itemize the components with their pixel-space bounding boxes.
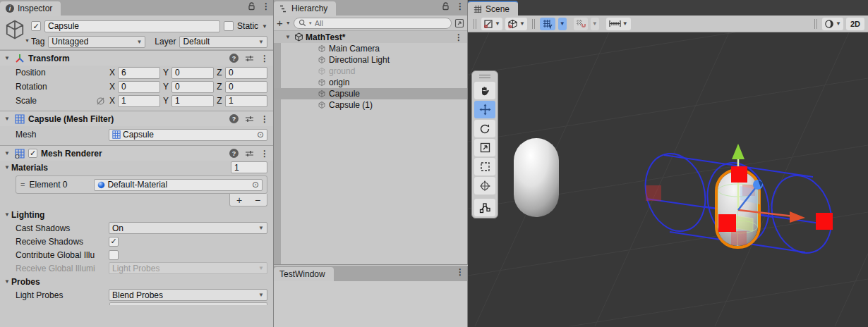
materials-count-field[interactable] (231, 161, 267, 173)
active-checkbox[interactable]: ✓ (31, 21, 41, 31)
hierarchy-item-directional-light[interactable]: Directional Light (274, 54, 467, 66)
hierarchy-item-main-camera[interactable]: Main Camera (274, 43, 467, 54)
search-window-icon[interactable] (454, 18, 464, 28)
inspector-menu-icon[interactable]: ⋮ (262, 2, 270, 11)
component-menu-icon[interactable]: ⋮ (260, 149, 269, 158)
light-probes-dropdown[interactable]: Blend Probes▼ (109, 289, 267, 301)
rect-tool-button[interactable] (474, 158, 495, 175)
foldout-icon[interactable]: ▼ (284, 34, 292, 40)
view-tool-button[interactable] (474, 82, 495, 99)
view-options-button[interactable]: ▼ (822, 18, 843, 30)
position-z-field[interactable] (225, 67, 267, 79)
hierarchy-search-input[interactable] (315, 19, 447, 27)
gameobject-cube-icon[interactable]: ▼ (4, 19, 28, 43)
remove-material-button[interactable]: − (248, 194, 267, 206)
transform-header[interactable]: ▼ Transform ? ⋮ (0, 50, 273, 66)
mesh-renderer-enabled-checkbox[interactable]: ✓ (28, 149, 37, 158)
scale-x-field[interactable] (118, 95, 160, 107)
hierarchy-item-origin[interactable]: origin (274, 77, 467, 88)
scene-header-row[interactable]: ▼ MathTest* ⋮ (274, 31, 467, 43)
presets-icon[interactable] (245, 149, 254, 158)
transform-tool-button[interactable] (474, 177, 495, 195)
custom-tool-button[interactable] (474, 199, 495, 216)
testwindow-menu-icon[interactable]: ⋮ (456, 268, 464, 276)
overlay-drag-handle[interactable] (532, 19, 535, 29)
lighting-foldout[interactable]: ▼ Lighting (0, 208, 273, 221)
position-y-field[interactable] (171, 67, 214, 79)
receive-shadows-checkbox[interactable]: ✓ (109, 237, 119, 247)
axis-x-label: X (109, 68, 116, 78)
static-checkbox[interactable] (224, 21, 234, 31)
grid-snap-button[interactable] (574, 18, 588, 30)
overlay-drag-handle[interactable] (474, 19, 476, 29)
move-tool-button[interactable] (474, 101, 495, 118)
cast-shadows-dropdown[interactable]: On▼ (109, 222, 267, 234)
help-icon[interactable]: ? (229, 114, 239, 123)
mesh-renderer-header[interactable]: ▼ ✓ Mesh Renderer ? ⋮ (0, 145, 273, 161)
gizmo-cube-button[interactable]: ▼ (505, 18, 527, 30)
create-dropdown-icon[interactable]: ▼ (286, 20, 291, 25)
tab-scene[interactable]: Scene (468, 1, 518, 16)
contribute-gi-checkbox[interactable] (109, 250, 119, 260)
grid-visibility-button[interactable] (540, 18, 555, 30)
hierarchy-searchbox[interactable]: ▼ (294, 18, 452, 29)
object-picker-icon[interactable]: ⊙ (252, 180, 259, 190)
lock-icon[interactable] (442, 2, 450, 11)
object-picker-icon[interactable]: ⊙ (257, 130, 264, 140)
presets-icon[interactable] (245, 115, 254, 123)
foldout-icon[interactable]: ▼ (3, 150, 11, 156)
help-icon[interactable]: ? (229, 149, 239, 158)
scale-z-field[interactable] (225, 95, 267, 107)
draw-mode-button[interactable]: ▼ (481, 18, 502, 30)
add-material-button[interactable]: + (230, 194, 248, 206)
scale-y-field[interactable] (171, 95, 214, 107)
position-x-field[interactable] (118, 67, 160, 79)
snap-increment-button[interactable]: ▼ (606, 18, 631, 30)
rotate-tool-button[interactable] (474, 120, 495, 137)
rotation-y-field[interactable] (171, 81, 214, 93)
foldout-icon[interactable]: ▼ (3, 278, 11, 285)
scene-menu-icon[interactable]: ⋮ (454, 33, 463, 42)
rotation-z-field[interactable] (225, 81, 267, 93)
presets-icon[interactable] (245, 54, 254, 63)
scene-viewport[interactable] (468, 32, 868, 326)
help-icon[interactable]: ? (229, 54, 239, 63)
hierarchy-item-ground[interactable]: ground (274, 66, 467, 77)
link-scale-icon[interactable] (96, 97, 105, 106)
overlay-drag-handle[interactable] (814, 19, 817, 29)
name-field[interactable] (44, 20, 220, 32)
mesh-object-field[interactable]: Capsule ⊙ (109, 129, 267, 141)
transform-icon (15, 54, 25, 63)
component-menu-icon[interactable]: ⋮ (260, 115, 269, 123)
tab-hierarchy[interactable]: Hierarchy (274, 1, 336, 16)
rotation-x-field[interactable] (118, 81, 160, 93)
component-menu-icon[interactable]: ⋮ (260, 54, 269, 63)
tag-dropdown[interactable]: Untagged▼ (48, 36, 145, 48)
material-element-row[interactable]: = Element 0 Default-Material ⊙ (18, 178, 265, 192)
foldout-icon[interactable]: ▼ (3, 164, 11, 171)
static-dropdown-icon[interactable]: ▼ (262, 23, 267, 30)
tab-testwindow[interactable]: TestWindow (274, 267, 334, 281)
tab-inspector[interactable]: i Inspector (0, 1, 61, 16)
foldout-icon[interactable]: ▼ (3, 116, 11, 122)
material-object-field[interactable]: Default-Material ⊙ (94, 179, 263, 191)
drag-handle-icon[interactable]: = (20, 180, 25, 189)
hierarchy-item-capsule-1[interactable]: Capsule (1) (274, 99, 467, 111)
search-filter-dropdown-icon[interactable]: ▼ (308, 21, 313, 25)
mesh-filter-header[interactable]: ▼ Capsule (Mesh Filter) ? ⋮ (0, 111, 273, 126)
grid-snap-dropdown[interactable]: ▼ (591, 18, 599, 30)
create-button[interactable]: + (277, 18, 283, 28)
grid-visibility-dropdown[interactable]: ▼ (558, 18, 567, 30)
toggle-2d-button[interactable]: 2D (846, 18, 864, 30)
foldout-icon[interactable]: ▼ (3, 55, 11, 61)
hierarchy-menu-icon[interactable]: ⋮ (456, 2, 464, 11)
capsule-object[interactable] (514, 138, 559, 217)
foldout-icon[interactable]: ▼ (3, 211, 11, 218)
layer-dropdown[interactable]: Default▼ (179, 36, 267, 48)
scale-tool-button[interactable] (474, 139, 495, 156)
overlay-grip-icon[interactable] (479, 75, 490, 78)
probes-foldout[interactable]: ▼ Probes (0, 275, 273, 288)
hierarchy-item-capsule[interactable]: Capsule (274, 88, 467, 99)
lock-icon[interactable] (248, 2, 256, 11)
materials-foldout[interactable]: ▼ Materials (0, 161, 273, 174)
